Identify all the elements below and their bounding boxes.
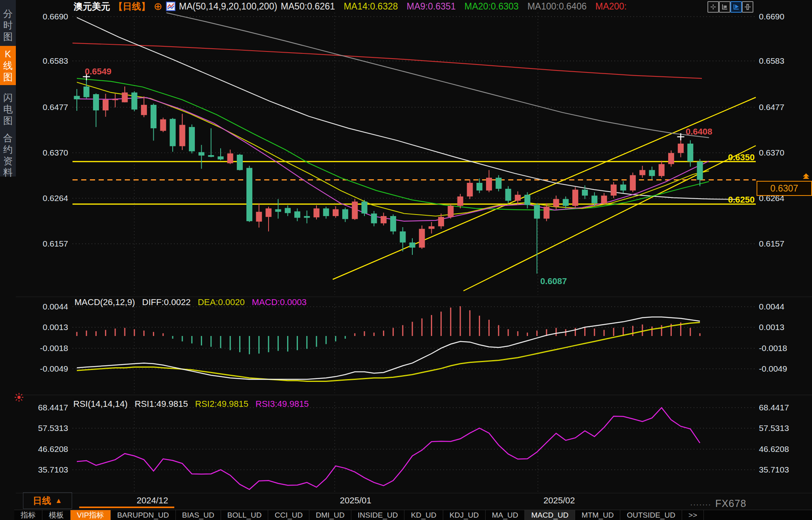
tab-mtm_ud[interactable]: MTM_UD bbox=[575, 510, 620, 520]
price-axis-label: 0.6477 bbox=[759, 103, 784, 112]
sidebar: 分时图K线图闪电图合约资料 bbox=[0, 0, 16, 176]
indicator-value: MACD:0.0003 bbox=[252, 297, 307, 307]
crosshair-icon[interactable] bbox=[707, 1, 719, 13]
date-label: 2025/02 bbox=[543, 495, 575, 506]
spike-low-label: 0.6087 bbox=[540, 276, 567, 287]
macd-axis-label: 0.0044 bbox=[759, 302, 784, 311]
indicator-value: RSI1:49.9815 bbox=[135, 399, 188, 409]
watermark: ·······FX678 bbox=[690, 498, 746, 509]
macd-axis-label: -0.0049 bbox=[759, 364, 787, 373]
tab-boll_ud[interactable]: BOLL_UD bbox=[221, 510, 269, 520]
period-selector[interactable]: 日线 ▲ bbox=[23, 492, 72, 509]
price-axis-label: 0.6370 bbox=[29, 148, 68, 157]
macd-title: MACD(26,12,9) bbox=[74, 297, 135, 307]
rsi-axis-label: 57.5313 bbox=[759, 424, 789, 433]
tab-outside_ud[interactable]: OUTSIDE_UD bbox=[620, 510, 682, 520]
ma-value: MA20:0.6303 bbox=[465, 1, 519, 12]
rsi-axis-label: 35.7103 bbox=[29, 465, 68, 474]
rsi-axis-label: 46.6208 bbox=[759, 445, 789, 454]
resistance-line-label[interactable]: 0.6350 bbox=[728, 152, 755, 163]
tab-bias_ud[interactable]: BIAS_UD bbox=[176, 510, 221, 520]
ma-value: MA100:0.6406 bbox=[527, 1, 587, 12]
indicator-value: DEA:0.0020 bbox=[198, 297, 245, 307]
period-label: 日线 bbox=[33, 495, 51, 507]
price-axis-label: 0.6583 bbox=[759, 57, 784, 65]
watermark-text: FX678 bbox=[715, 498, 747, 509]
rsi-axis-label: 57.5313 bbox=[29, 424, 68, 433]
indicator-tabbar: 指标模板VIP指标BARUPDN_UDBIAS_UDBOLL_UDCCI_UDD… bbox=[14, 510, 812, 520]
date-label: 2025/01 bbox=[340, 495, 372, 506]
price-axis-label: 0.6477 bbox=[29, 103, 68, 112]
macd-axis-label: 0.0044 bbox=[29, 302, 68, 311]
chart-scrollbar[interactable] bbox=[79, 507, 174, 508]
sidebar-item-3[interactable]: 闪电图 bbox=[0, 89, 16, 129]
indicator-value: DIFF:0.0022 bbox=[142, 297, 191, 307]
tab-macd_ud[interactable]: MACD_UD bbox=[525, 510, 575, 520]
macd-axis-label: -0.0049 bbox=[29, 364, 68, 373]
tab-vip指标[interactable]: VIP指标 bbox=[71, 510, 111, 520]
current-price-value: 0.6307 bbox=[770, 183, 798, 194]
macd-axis-label: -0.0018 bbox=[759, 344, 787, 353]
ma-value: MA9:0.6351 bbox=[407, 1, 456, 12]
chart-header: 澳元美元 【日线】 ⊕ MA(50,14,9,20,100,200) MA50:… bbox=[74, 1, 627, 12]
axis-flag-icon[interactable] bbox=[730, 1, 742, 13]
recent-high-label: 0.6408 bbox=[686, 127, 712, 137]
swing-high-label: 0.6549 bbox=[85, 66, 111, 77]
price-axis-label: 0.6157 bbox=[29, 239, 68, 248]
ma-value: MA14:0.6328 bbox=[344, 1, 398, 12]
tab-cci_ud[interactable]: CCI_UD bbox=[268, 510, 309, 520]
axis-pan-icon[interactable] bbox=[742, 1, 753, 13]
date-label: 2024/12 bbox=[137, 495, 168, 506]
ma-summary: MA(50,14,9,20,100,200) bbox=[179, 1, 277, 12]
tab-kd_ud[interactable]: KD_UD bbox=[404, 510, 443, 520]
rsi-axis-label: 68.4417 bbox=[759, 403, 789, 412]
mini-chart-icon bbox=[166, 2, 175, 11]
symbol-title: 澳元美元 bbox=[74, 0, 110, 13]
sidebar-item-4[interactable]: 合约资料 bbox=[0, 130, 16, 180]
price-up-arrows-icon bbox=[802, 173, 810, 181]
tab-ma_ud[interactable]: MA_UD bbox=[486, 510, 525, 520]
support-line-label[interactable]: 0.6250 bbox=[728, 195, 755, 205]
ma-value: MA200: bbox=[595, 1, 627, 12]
price-axis-label: 0.6264 bbox=[29, 194, 68, 203]
add-favorite-icon[interactable]: ⊕ bbox=[154, 0, 162, 13]
tab-inside_ud[interactable]: INSIDE_UD bbox=[351, 510, 404, 520]
tab-dmi_ud[interactable]: DMI_UD bbox=[309, 510, 351, 520]
ma-values: MA50:0.6261MA14:0.6328MA9:0.6351MA20:0.6… bbox=[281, 1, 627, 12]
rsi-axis-label: 68.4417 bbox=[29, 403, 68, 412]
watermark-dots: ······· bbox=[690, 500, 711, 509]
macd-axis-label: 0.0013 bbox=[29, 323, 68, 332]
current-price-tag: 0.6307 bbox=[757, 181, 812, 196]
rsi-axis-label: 46.6208 bbox=[29, 445, 68, 454]
tab-kdj_ud[interactable]: KDJ_UD bbox=[443, 510, 486, 520]
macd-header: MACD(26,12,9) DIFF:0.0022DEA:0.0020MACD:… bbox=[74, 297, 307, 307]
alert-sun-icon[interactable] bbox=[14, 393, 24, 402]
rsi-values: RSI1:49.9815RSI2:49.9815RSI3:49.9815 bbox=[135, 399, 309, 409]
sidebar-item-1[interactable]: 分时图 bbox=[0, 6, 16, 45]
axis-candle-icon[interactable] bbox=[719, 1, 730, 13]
tab->>[interactable]: >> bbox=[682, 510, 704, 520]
price-axis-label: 0.6690 bbox=[29, 12, 68, 21]
tab-指标[interactable]: 指标 bbox=[14, 510, 42, 520]
ma-value: MA50:0.6261 bbox=[281, 1, 335, 12]
trading-terminal: 分时图K线图闪电图合约资料 澳元美元 【日线】 ⊕ MA(50,14,9,20,… bbox=[0, 0, 812, 520]
indicator-value: RSI3:49.9815 bbox=[255, 399, 309, 409]
indicator-value: RSI2:49.9815 bbox=[195, 399, 249, 409]
period-tag[interactable]: 【日线】 bbox=[114, 0, 150, 13]
macd-axis-label: -0.0018 bbox=[29, 344, 68, 353]
sidebar-item-2[interactable]: K线图 bbox=[0, 46, 16, 85]
macd-values: DIFF:0.0022DEA:0.0020MACD:0.0003 bbox=[142, 297, 307, 307]
period-arrow-icon: ▲ bbox=[55, 497, 62, 505]
macd-axis-label: 0.0013 bbox=[759, 323, 784, 332]
rsi-title: RSI(14,14,14) bbox=[73, 399, 128, 409]
price-axis-label: 0.6157 bbox=[759, 239, 784, 248]
price-axis-label: 0.6370 bbox=[759, 148, 784, 157]
chart-canvas[interactable] bbox=[0, 0, 812, 520]
price-axis-label: 0.6690 bbox=[759, 12, 784, 21]
rsi-axis-label: 35.7103 bbox=[759, 465, 789, 474]
price-axis-label: 0.6583 bbox=[29, 57, 68, 65]
tab-模板[interactable]: 模板 bbox=[42, 510, 71, 520]
rsi-header: RSI(14,14,14) RSI1:49.9815RSI2:49.9815RS… bbox=[73, 399, 309, 409]
tab-barupdn_ud[interactable]: BARUPDN_UD bbox=[111, 510, 176, 520]
